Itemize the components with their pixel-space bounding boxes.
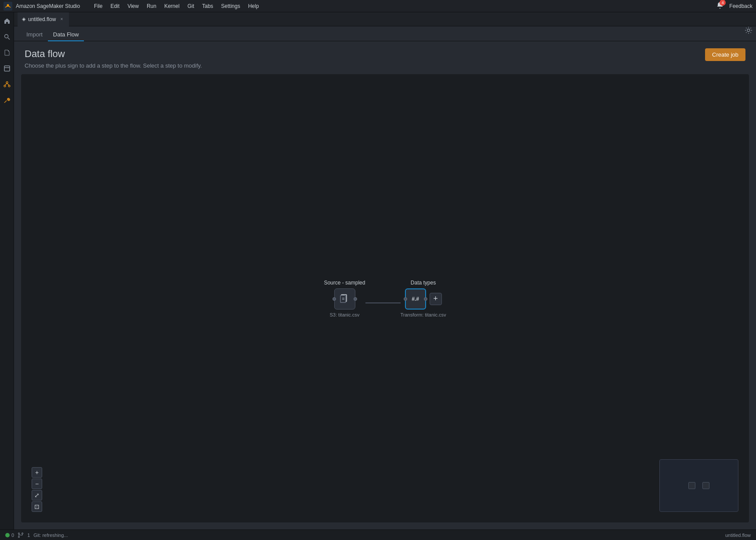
git-status: Git: refreshing... (33, 533, 68, 538)
svg-point-7 (4, 85, 6, 87)
sidebar-icon-files[interactable] (2, 47, 12, 58)
statusbar: 0 1 Git: refreshing... untitled.flow (0, 529, 756, 540)
titlebar-left: Amazon SageMaker Studio File Edit View R… (4, 2, 262, 11)
svg-line-9 (5, 83, 7, 85)
content-area: ◈ untitled.flow × Import Data Flow Data … (14, 12, 756, 529)
source-right-connector (353, 297, 357, 301)
main-layout: ◈ untitled.flow × Import Data Flow Data … (0, 12, 756, 529)
menu-git[interactable]: Git (184, 2, 198, 10)
plus-icon: + (433, 294, 438, 303)
svg-point-19 (18, 536, 20, 537)
source-node-label: Source - sampled (324, 280, 365, 286)
statusbar-filename: untitled.flow (725, 533, 751, 538)
source-left-connector (332, 297, 336, 301)
branch-icon (18, 532, 24, 538)
zoom-lock-button[interactable]: ⊡ (32, 501, 42, 512)
source-node-group: Source - sampled (324, 280, 365, 317)
page-title: Data flow (25, 48, 202, 60)
notification-icon[interactable]: 4 (716, 1, 724, 11)
transform-right-connector (424, 297, 427, 301)
connector-line-1 (365, 302, 400, 303)
status-indicator: 0 (5, 533, 14, 538)
subtab-dataflow[interactable]: Data Flow (48, 29, 84, 41)
tab-untitled-flow[interactable]: ◈ untitled.flow × (18, 12, 69, 26)
canvas-area: Source - sampled (21, 74, 749, 522)
titlebar-right: 4 Feedback (716, 1, 752, 11)
app-title: Amazon SageMaker Studio (16, 3, 80, 9)
sidebar-icon-tools[interactable] (2, 95, 12, 105)
tab-filename: untitled.flow (28, 16, 56, 22)
transform-node-group: Data types #.# + Tran (400, 280, 446, 317)
transform-node-sublabel: Transform: titanic.csv (400, 312, 446, 317)
svg-point-1 (7, 4, 9, 6)
page-header-text: Data flow Choose the plus sign to add a … (25, 48, 202, 69)
app-logo-icon (4, 2, 12, 11)
menu-tabs[interactable]: Tabs (199, 2, 217, 10)
svg-point-2 (4, 35, 8, 38)
transform-node[interactable]: #.# (405, 288, 426, 310)
notification-badge: 4 (720, 0, 726, 6)
svg-rect-4 (4, 66, 10, 71)
flow-nodes: Source - sampled (324, 280, 446, 317)
menu-help[interactable]: Help (245, 2, 263, 10)
minimap-node-1 (688, 482, 695, 489)
transform-node-icon: #.# (412, 296, 419, 302)
zoom-controls: + − ⤢ ⊡ (32, 467, 42, 512)
panel-settings-icon[interactable] (745, 26, 752, 36)
feedback-button[interactable]: Feedback (729, 3, 752, 9)
zoom-in-button[interactable]: + (32, 467, 42, 478)
subtab-import[interactable]: Import (21, 29, 48, 41)
menu-bar: File Edit View Run Kernel Git Tabs Setti… (90, 2, 262, 10)
page-subtitle: Choose the plus sign to add a step to th… (25, 62, 202, 69)
status-circle-icon (5, 533, 10, 537)
page-header: Data flow Choose the plus sign to add a … (14, 41, 756, 74)
add-step-button[interactable]: + (430, 293, 442, 305)
source-node[interactable] (334, 288, 355, 310)
svg-point-8 (8, 85, 10, 87)
svg-point-6 (6, 82, 8, 83)
svg-rect-14 (340, 295, 345, 302)
menu-kernel[interactable]: Kernel (161, 2, 183, 10)
svg-point-20 (22, 533, 23, 534)
page-content: Data flow Choose the plus sign to add a … (14, 41, 756, 529)
status-number-1: 1 (27, 533, 30, 538)
create-job-button[interactable]: Create job (705, 48, 745, 61)
tabbar: ◈ untitled.flow × (14, 12, 756, 26)
status-number-0: 0 (11, 533, 14, 538)
transform-left-connector (404, 297, 407, 301)
svg-line-3 (8, 38, 10, 40)
statusbar-left: 0 1 Git: refreshing... (5, 532, 68, 538)
minimap-node-2 (702, 482, 709, 489)
menu-run[interactable]: Run (143, 2, 160, 10)
svg-point-17 (747, 29, 750, 32)
menu-settings[interactable]: Settings (217, 2, 243, 10)
svg-point-18 (18, 533, 20, 534)
transform-node-label: Data types (411, 280, 436, 286)
tab-close-button[interactable]: × (58, 16, 65, 22)
statusbar-right: untitled.flow (725, 533, 751, 538)
menu-file[interactable]: File (90, 2, 106, 10)
titlebar: Amazon SageMaker Studio File Edit View R… (0, 0, 756, 12)
sidebar-icon-home[interactable] (2, 16, 12, 26)
svg-line-10 (7, 83, 9, 85)
zoom-out-button[interactable]: − (32, 479, 42, 489)
tab-file-icon: ◈ (22, 16, 25, 22)
minimap (659, 459, 738, 512)
sidebar-icon-panel[interactable] (2, 63, 12, 74)
zoom-fit-button[interactable]: ⤢ (32, 490, 42, 500)
sidebar-icon-search[interactable] (2, 32, 12, 42)
sidebar (0, 12, 14, 529)
source-node-icon (339, 294, 350, 304)
menu-view[interactable]: View (124, 2, 142, 10)
subtabbar: Import Data Flow (14, 26, 756, 41)
source-node-sublabel: S3: titanic.csv (330, 312, 360, 317)
sidebar-icon-network[interactable] (2, 79, 12, 90)
menu-edit[interactable]: Edit (107, 2, 123, 10)
